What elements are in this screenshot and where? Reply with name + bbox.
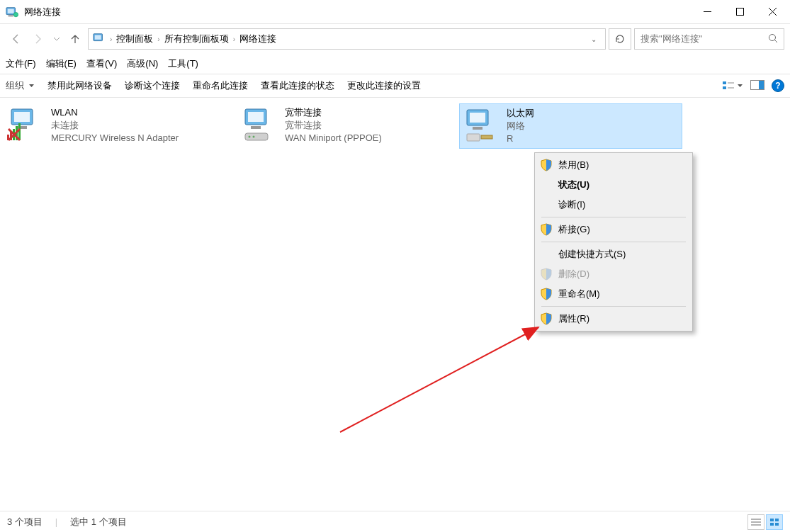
navbar: › 控制面板 › 所有控制面板项 › 网络连接 ⌄ 搜索"网络连接" (0, 24, 790, 54)
ctx-separator (541, 217, 686, 217)
preview-pane-button[interactable] (750, 80, 764, 92)
svg-rect-19 (14, 112, 30, 122)
svg-rect-2 (9, 15, 13, 16)
connection-adapter: WAN Miniport (PPPOE) (285, 132, 382, 145)
svg-rect-12 (723, 81, 726, 84)
refresh-button[interactable] (609, 28, 631, 50)
titlebar: 网络连接 (0, 0, 790, 24)
breadcrumb-seg-3[interactable]: 网络连接 (239, 33, 276, 45)
connection-name: 以太网 (507, 107, 534, 120)
svg-rect-13 (723, 86, 726, 89)
svg-rect-35 (470, 113, 485, 123)
connection-name: WLAN (51, 106, 179, 119)
ctx-delete: 删除(D) (537, 264, 690, 284)
organize-button[interactable]: 组织 (6, 79, 35, 92)
minimize-button[interactable] (691, 1, 723, 23)
svg-rect-36 (473, 127, 483, 130)
svg-point-33 (253, 136, 255, 138)
ctx-properties[interactable]: 属性(R) (537, 309, 690, 329)
svg-rect-5 (736, 9, 743, 16)
svg-point-10 (769, 34, 776, 40)
search-box[interactable]: 搜索"网络连接" (634, 28, 784, 50)
connection-status: 宽带连接 (285, 119, 382, 132)
search-icon (768, 33, 778, 45)
shield-icon (540, 312, 553, 325)
forward-button[interactable] (28, 29, 48, 49)
svg-rect-44 (775, 519, 779, 521)
close-button[interactable] (756, 1, 789, 23)
svg-point-3 (13, 12, 18, 16)
cmd-change[interactable]: 更改此连接的设置 (347, 79, 421, 92)
ctx-bridge[interactable]: 桥接(G) (537, 220, 690, 239)
ctx-disable[interactable]: 禁用(B) (537, 155, 690, 175)
svg-rect-37 (467, 134, 480, 141)
back-button[interactable] (6, 29, 26, 49)
status-bar: 3 个项目 | 选中 1 个项目 (0, 511, 790, 532)
ctx-shortcut[interactable]: 创建快捷方式(S) (537, 244, 690, 264)
address-bar[interactable]: › 控制面板 › 所有控制面板项 › 网络连接 ⌄ (88, 28, 606, 50)
ctx-separator (541, 242, 686, 242)
connection-item-ethernet[interactable]: 以太网 网络 R (459, 103, 682, 149)
svg-rect-38 (481, 135, 492, 139)
svg-rect-45 (770, 523, 774, 526)
ctx-label: 禁用(B) (558, 159, 589, 171)
cmd-status[interactable]: 查看此连接的状态 (261, 79, 334, 92)
recent-dropdown[interactable] (51, 29, 62, 49)
connection-item-broadband[interactable]: 宽带连接 宽带连接 WAN Miniport (PPPOE) (238, 103, 461, 149)
tiles-view-button[interactable] (766, 514, 783, 530)
status-count: 3 个项目 (7, 516, 43, 528)
network-icon (241, 106, 278, 143)
svg-rect-46 (775, 523, 779, 526)
connection-adapter: MERCURY Wireless N Adapter (51, 132, 179, 145)
up-button[interactable] (65, 29, 85, 49)
menu-advanced[interactable]: 高级(N) (127, 57, 158, 70)
svg-rect-1 (8, 9, 14, 13)
ctx-diagnose[interactable]: 诊断(I) (537, 195, 690, 215)
ctx-label: 状态(U) (558, 179, 589, 191)
shield-icon (540, 159, 553, 171)
ctx-status[interactable]: 状态(U) (537, 175, 690, 195)
svg-point-32 (249, 136, 251, 138)
ctx-label: 桥接(G) (558, 223, 590, 236)
ctx-label: 创建快捷方式(S) (558, 248, 626, 261)
menu-file[interactable]: 文件(F) (6, 57, 36, 70)
connection-item-wlan[interactable]: WLAN 未连接 MERCURY Wireless N Adapter (4, 103, 227, 149)
ctx-label: 属性(R) (558, 312, 589, 325)
address-dropdown[interactable]: ⌄ (587, 35, 601, 43)
breadcrumb-root-icon (93, 32, 106, 47)
search-placeholder: 搜索"网络连接" (641, 33, 702, 45)
network-icon (7, 106, 44, 143)
ctx-label: 重命名(M) (558, 288, 600, 300)
connection-status: 未连接 (51, 119, 179, 132)
menu-edit[interactable]: 编辑(E) (46, 57, 77, 70)
menu-view[interactable]: 查看(V) (86, 57, 117, 70)
help-button[interactable]: ? (772, 79, 784, 92)
connection-name: 宽带连接 (285, 106, 382, 119)
shield-icon (540, 223, 553, 236)
ctx-label: 删除(D) (558, 268, 589, 281)
menu-tools[interactable]: 工具(T) (168, 57, 198, 70)
details-view-button[interactable] (747, 514, 764, 530)
chevron-right-icon: › (233, 35, 235, 43)
status-selected: 选中 1 个项目 (70, 516, 126, 528)
cmd-rename[interactable]: 重命名此连接 (193, 79, 248, 92)
svg-rect-29 (248, 112, 264, 122)
chevron-right-icon: › (157, 35, 159, 43)
breadcrumb-seg-1[interactable]: 控制面板 (116, 33, 153, 45)
ctx-rename[interactable]: 重命名(M) (537, 284, 690, 304)
window-title: 网络连接 (24, 6, 691, 18)
cmd-disable[interactable]: 禁用此网络设备 (47, 79, 112, 92)
svg-line-11 (775, 40, 778, 43)
context-menu: 禁用(B) 状态(U) 诊断(I) 桥接(G) 创建快捷方式(S) 删除(D) … (534, 152, 693, 332)
svg-rect-9 (95, 35, 101, 39)
cmd-diagnose[interactable]: 诊断这个连接 (125, 79, 180, 92)
app-icon (6, 6, 18, 18)
svg-rect-43 (770, 519, 774, 521)
ctx-label: 诊断(I) (558, 198, 585, 211)
chevron-right-icon: › (110, 35, 112, 43)
maximize-button[interactable] (723, 1, 756, 23)
connection-status: 网络 (507, 120, 534, 132)
command-bar: 组织 禁用此网络设备 诊断这个连接 重命名此连接 查看此连接的状态 更改此连接的… (0, 74, 790, 98)
breadcrumb-seg-2[interactable]: 所有控制面板项 (164, 33, 229, 45)
change-view-button[interactable] (723, 81, 743, 91)
